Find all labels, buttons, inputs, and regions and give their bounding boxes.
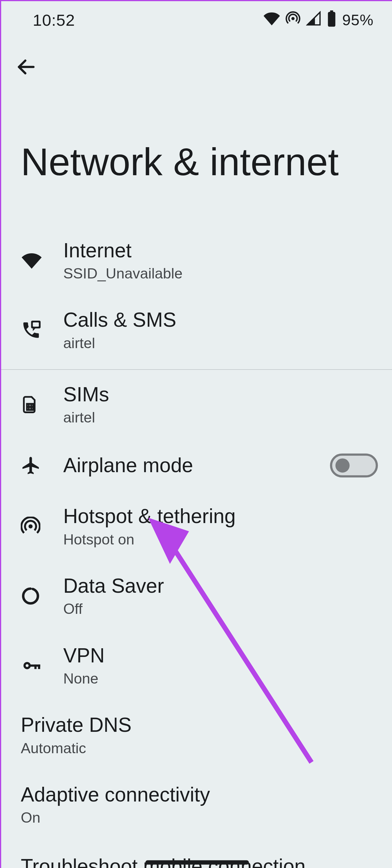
hotspot-icon	[285, 11, 301, 30]
svg-point-12	[26, 664, 29, 667]
row-sims[interactable]: SIMs airtel	[1, 370, 392, 439]
statusbar: 10:52	[1, 1, 392, 39]
row-label: Internet	[63, 239, 378, 263]
arrow-back-icon	[15, 56, 37, 79]
statusbar-time: 10:52	[33, 11, 75, 30]
svg-rect-14	[34, 664, 37, 669]
svg-rect-2	[328, 11, 336, 26]
airplane-icon	[21, 455, 63, 476]
row-label: Hotspot & tethering	[63, 505, 378, 529]
row-label: Data Saver	[63, 575, 378, 598]
statusbar-icons: 95%	[264, 10, 373, 30]
row-vpn[interactable]: VPN None	[1, 631, 392, 701]
page-title: Network & internet	[1, 83, 392, 181]
row-label: SIMs	[63, 383, 378, 407]
row-subtext: None	[63, 670, 378, 687]
row-label: Airplane mode	[63, 453, 330, 477]
phone-sms-icon	[21, 320, 63, 340]
svg-rect-5	[33, 322, 39, 327]
row-calls-sms[interactable]: Calls & SMS airtel	[1, 295, 392, 365]
row-subtext: On	[21, 810, 378, 826]
row-label: Private DNS	[21, 714, 378, 738]
svg-rect-1	[330, 10, 333, 11]
hotspot-icon	[21, 517, 63, 536]
row-label: Calls & SMS	[63, 309, 378, 333]
wifi-icon	[264, 10, 280, 30]
row-adaptive-connectivity[interactable]: Adaptive connectivity On	[1, 770, 392, 840]
back-button[interactable]	[11, 52, 41, 83]
signal-icon	[306, 11, 321, 30]
row-hotspot-tethering[interactable]: Hotspot & tethering Hotspot on	[1, 492, 392, 561]
sim-icon	[21, 395, 63, 414]
vpn-key-icon	[21, 655, 63, 676]
row-subtext: Off	[63, 601, 378, 618]
airplane-mode-toggle[interactable]	[330, 454, 378, 478]
row-private-dns[interactable]: Private DNS Automatic	[1, 700, 392, 770]
row-subtext: airtel	[63, 335, 378, 351]
row-label: Adaptive connectivity	[21, 783, 378, 807]
battery-icon	[327, 10, 337, 30]
row-subtext: Automatic	[21, 740, 378, 757]
data-saver-icon	[21, 586, 63, 606]
statusbar-battery-text: 95%	[342, 11, 373, 29]
toggle-knob	[336, 459, 350, 473]
wifi-icon	[21, 250, 63, 271]
svg-point-10	[28, 525, 32, 529]
row-label: VPN	[63, 644, 378, 668]
settings-list: Internet SSID_Unavailable Calls & SMS ai…	[1, 181, 392, 868]
svg-rect-15	[38, 664, 40, 669]
home-indicator[interactable]	[145, 861, 249, 865]
row-subtext: airtel	[63, 409, 378, 426]
row-subtext: Hotspot on	[63, 531, 378, 548]
row-subtext: SSID_Unavailable	[63, 265, 378, 282]
row-airplane-mode[interactable]: Airplane mode	[1, 439, 392, 492]
row-internet[interactable]: Internet SSID_Unavailable	[1, 226, 392, 296]
row-data-saver[interactable]: Data Saver Off	[1, 561, 392, 631]
svg-point-0	[291, 17, 295, 20]
